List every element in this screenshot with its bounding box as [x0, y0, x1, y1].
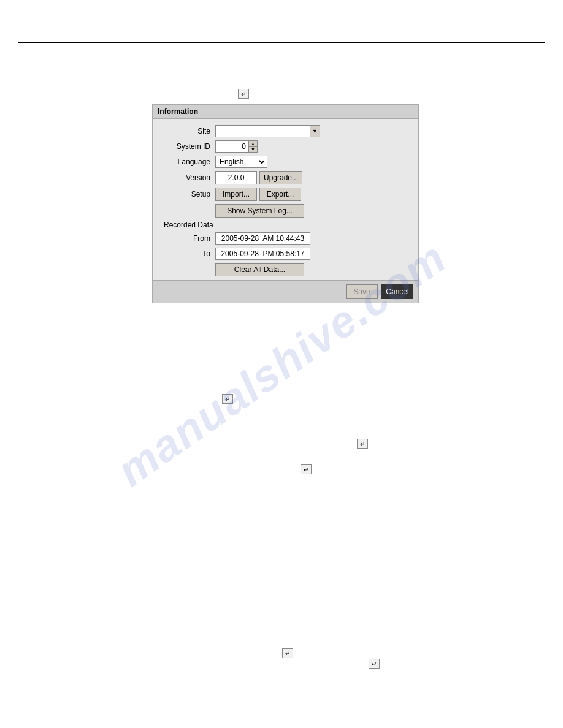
enter-icon-mid3[interactable]: ↵	[301, 464, 312, 474]
setup-label: Setup	[160, 190, 215, 199]
spinner-buttons: ▲ ▼	[249, 140, 258, 153]
version-label: Version	[160, 173, 215, 182]
from-datetime-input[interactable]	[215, 232, 310, 245]
show-log-row: Show System Log...	[160, 204, 411, 218]
clear-all-data-button[interactable]: Clear All Data...	[215, 263, 304, 276]
setup-row: Setup Import... Export...	[160, 188, 411, 201]
system-id-wrapper: ▲ ▼	[215, 140, 258, 153]
dialog-titlebar: Information	[153, 105, 418, 119]
to-row: To	[160, 248, 411, 260]
to-label: To	[160, 249, 215, 258]
system-id-row: System ID ▲ ▼	[160, 140, 411, 153]
to-datetime-input[interactable]	[215, 248, 310, 260]
export-button[interactable]: Export...	[259, 188, 301, 201]
enter-icon-mid2[interactable]: ↵	[357, 439, 368, 449]
show-system-log-button[interactable]: Show System Log...	[215, 204, 304, 218]
enter-icon-bot1[interactable]: ↵	[282, 648, 293, 658]
cancel-button[interactable]: Cancel	[381, 284, 413, 299]
chevron-down-icon: ▼	[312, 128, 318, 134]
information-dialog: Information Site ▼ System ID ▲ ▼	[152, 104, 419, 303]
clear-row: Clear All Data...	[160, 263, 411, 276]
enter-icon-bot2[interactable]: ↵	[369, 659, 380, 669]
enter-icon-mid1[interactable]: ↵	[222, 394, 233, 404]
site-control: ▼	[215, 125, 320, 137]
dialog-title: Information	[158, 107, 198, 116]
site-dropdown-btn[interactable]: ▼	[310, 125, 320, 137]
dialog-content: Site ▼ System ID ▲ ▼ Language	[153, 119, 418, 276]
spinner-up-btn[interactable]: ▲	[249, 141, 257, 147]
save-button[interactable]: Save	[346, 284, 378, 299]
language-row: Language English	[160, 156, 411, 168]
enter-icon-top[interactable]: ↵	[238, 89, 249, 99]
top-rule	[18, 42, 545, 43]
site-label: Site	[160, 127, 215, 135]
site-input[interactable]	[215, 125, 310, 137]
version-value: 2.0.0	[215, 171, 257, 184]
from-label: From	[160, 234, 215, 243]
upgrade-button[interactable]: Upgrade...	[259, 171, 302, 184]
version-row: Version 2.0.0 Upgrade...	[160, 171, 411, 184]
dialog-footer: Save Cancel	[153, 280, 418, 303]
system-id-input[interactable]	[215, 140, 249, 153]
site-row: Site ▼	[160, 125, 411, 137]
system-id-label: System ID	[160, 142, 215, 151]
from-row: From	[160, 232, 411, 245]
spinner-down-btn[interactable]: ▼	[249, 147, 257, 153]
import-button[interactable]: Import...	[215, 188, 257, 201]
language-label: Language	[160, 157, 215, 166]
recorded-data-label: Recorded Data	[160, 221, 411, 229]
language-select[interactable]: English	[215, 156, 267, 168]
